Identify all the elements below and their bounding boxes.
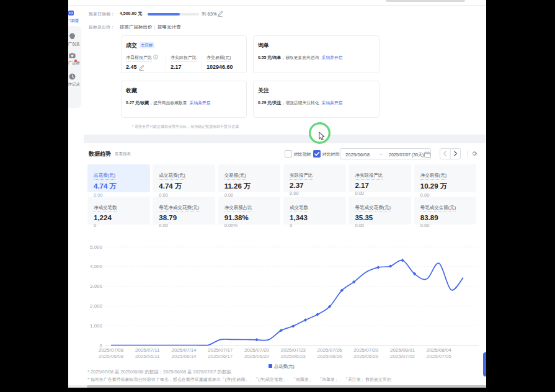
metric-tile[interactable]: 交易额(元)11.26 万0.00: [218, 164, 281, 192]
notification-dot: [74, 60, 77, 62]
goal-price-bold: 0.29 元/关注: [258, 100, 281, 105]
goal-card-favorite[interactable]: 收藏 0.27 元/收藏，提升商品收藏数量采纳并开启: [121, 81, 247, 118]
goal-card-desc: 0.27 元/收藏，提升商品收藏数量采纳并开启: [126, 100, 211, 106]
next-period-button[interactable]: [450, 149, 460, 159]
metric-label: 净交易额(元): [206, 55, 231, 62]
tile-sub-value: 0: [290, 223, 340, 228]
metric-tile[interactable]: 实际投产比2.370.00: [283, 164, 346, 192]
remain-percent: 63%: [208, 11, 217, 17]
metric-tile[interactable]: 每笔净成交花费(元)38.790.00: [153, 197, 215, 225]
tile-sub-value: 0.00: [355, 223, 405, 228]
metric-tile[interactable]: 成交花费(元)4.74 万0.00: [153, 164, 215, 192]
metric-divider: [202, 55, 202, 69]
legend-label: 总花费(元): [274, 364, 295, 368]
budget-value: 4,500.00 元: [120, 11, 142, 17]
metric-tile[interactable]: 净成交笔数1,2240: [87, 197, 150, 225]
prev-period-button[interactable]: [440, 149, 450, 159]
data-point-marker[interactable]: [389, 264, 392, 267]
chevron-right-icon: [453, 151, 458, 156]
tile-label: 净交易额(元): [420, 172, 447, 180]
metric-tile[interactable]: 每笔成交金额(元)83.890.00: [414, 197, 477, 225]
primary-goal-badge: 主目标: [140, 42, 155, 48]
cursor-highlight: [307, 120, 333, 146]
tile-label: 交易额(元): [224, 172, 246, 180]
metric-tile[interactable]: 总花费(元)4.74 万0.00: [87, 164, 150, 192]
clock-icon: [69, 73, 76, 80]
goal-card-inquiry[interactable]: 询单 0.55 元/询单，获取更多意向咨询采纳并开启: [253, 35, 380, 73]
view-report-link[interactable]: 查看报表: [115, 151, 131, 157]
app-window: 推广详情 推广创意 推广诊断 操作记录 预算日限额： 4,500.00 元 剩 …: [0, 0, 555, 392]
tile-sub-value: 0.00: [420, 223, 471, 228]
chart-legend[interactable]: 总花费(元): [269, 363, 295, 370]
tile-sub-value: 0.00: [159, 223, 209, 228]
metric-tile[interactable]: 净交易额占比91.38%0.00%: [218, 197, 281, 225]
control-divider: [467, 151, 468, 156]
black-matte-bottom: [0, 388, 555, 392]
chevron-left-icon: [443, 151, 447, 156]
goal-card-desc: 0.55 元/询单，获取更多意向咨询采纳并开启: [258, 55, 343, 61]
scrollbar-thumb[interactable]: [87, 385, 486, 388]
data-point-marker[interactable]: [291, 324, 295, 327]
tile-value: 38.79: [159, 214, 209, 221]
checkmark-icon: [313, 150, 321, 158]
goal-card-title: 收藏: [126, 87, 137, 95]
adopt-enable-link[interactable]: 采纳并开启: [322, 55, 343, 60]
bid-option-goal[interactable]: 按推广目标出价: [120, 24, 153, 30]
section-gap: [84, 135, 486, 143]
metric-value: 2.17: [171, 64, 182, 70]
compare-metric-checkbox[interactable]: [285, 150, 292, 158]
section-title: 数据趋势: [89, 150, 111, 158]
tile-value: 2.37: [290, 182, 340, 189]
metric-value: 102946.60: [206, 64, 233, 70]
tile-value: 4.74 万: [159, 182, 209, 191]
metric-tile[interactable]: 成交笔数1,3430: [283, 197, 346, 225]
metric-tile[interactable]: 每笔成交花费(元)35.350.00: [349, 197, 411, 225]
tile-sub-value: 0.00: [290, 190, 340, 196]
metric-label: 净目标投产比: [126, 55, 152, 62]
data-point-marker[interactable]: [255, 338, 258, 341]
metric-tile[interactable]: 净实际投产比2.170.00: [349, 164, 411, 192]
goal-card-title: 询单: [258, 42, 269, 50]
goal-card-desc: 0.29 元/关注，增强店铺关注转化采纳并开启: [258, 100, 343, 106]
metric-label-text: 净目标投产比: [126, 55, 152, 60]
budget-progress: [148, 13, 199, 16]
goal-card-deal[interactable]: 成交 主目标 净目标投产比 2.45 净实际投产比 2.17 净交易额(元) 1…: [121, 35, 247, 73]
edit-pencil-icon[interactable]: [138, 65, 144, 71]
tile-label: 每笔净成交花费(元): [159, 205, 199, 212]
legend-swatch: [269, 364, 272, 368]
adopt-enable-link[interactable]: 采纳并开启: [322, 100, 343, 105]
bid-option-exposure[interactable]: 按曝光计费: [158, 24, 181, 30]
compare-time-checkbox[interactable]: [313, 150, 321, 158]
gear-icon[interactable]: [471, 150, 478, 158]
goal-price-bold: 0.55 元/询单: [258, 55, 281, 60]
data-point-marker[interactable]: [376, 265, 380, 269]
option-divider: [154, 25, 155, 30]
tile-value: 10.29 万: [420, 182, 471, 191]
edit-pencil-icon[interactable]: [217, 11, 223, 17]
camera-icon: [69, 52, 76, 59]
black-matte-right: [486, 0, 555, 392]
tile-label: 成交笔数: [290, 205, 308, 212]
date-start[interactable]: 2025/06/08: [345, 152, 370, 158]
detail-page-icon[interactable]: [68, 11, 74, 16]
tile-value: 83.89: [420, 214, 471, 221]
date-range-picker[interactable]: 2025/06/08 ~ 2025/07/07 (30天): [340, 148, 431, 159]
metric-label: 净实际投产比: [171, 55, 197, 62]
tile-value: 1,224: [94, 214, 144, 221]
period-nav-buttons: [440, 148, 461, 159]
tile-value: 2.17: [355, 182, 405, 189]
bulb-icon: [69, 33, 76, 40]
chart-footnote-2: * 如果推广在暂停或删除前已经获得了曝光，那么在暂停或重建后展示「(净)交易额」…: [87, 376, 391, 383]
bidding-label: 目标及出价：: [89, 24, 115, 30]
info-icon[interactable]: [153, 55, 158, 60]
tile-value: 4.74 万: [94, 182, 144, 191]
goal-card-follow[interactable]: 关注 0.29 元/关注，增强店铺关注转化采纳并开启: [253, 81, 380, 118]
summary-footnote: * 系统会尽可能达成你设置的目标，保持稳定投放有助于提升达成: [132, 124, 239, 130]
top-tab-remnant: [386, 0, 465, 2]
metric-tile[interactable]: 净交易额(元)10.29 万0.00: [414, 164, 477, 192]
adopt-enable-link[interactable]: 采纳并开启: [190, 100, 211, 105]
goal-price-bold: 0.27 元/收藏: [126, 100, 149, 105]
date-end[interactable]: 2025/07/07 (30天): [389, 152, 424, 158]
tile-value: 11.26 万: [224, 182, 275, 191]
chart-footnote-1: * 2025/07/08 至 2025/08/06 的数据；2025/06/08…: [87, 369, 231, 375]
